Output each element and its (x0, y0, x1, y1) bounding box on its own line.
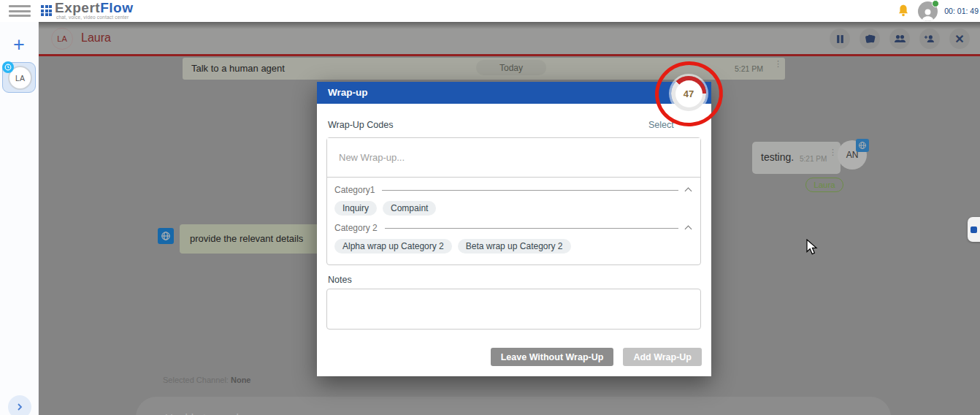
user-avatar[interactable] (918, 1, 938, 21)
chevron-right-icon (15, 403, 24, 411)
logo-grid-icon (41, 5, 52, 16)
add-conversation-button[interactable]: + (7, 32, 31, 57)
leave-without-wrapup-button[interactable]: Leave Without Wrap-Up (491, 348, 614, 366)
session-timer: 00: 01: 49 (944, 7, 979, 15)
expand-sidebar-button[interactable] (8, 395, 31, 415)
category-name: Category1 (334, 185, 375, 195)
status-online-dot (932, 0, 939, 7)
collapsed-panel-handle[interactable] (968, 217, 980, 242)
brand-name: ExpertFlow (55, 1, 133, 15)
app-root: ExpertFlow chat, voice, video contact ce… (0, 0, 980, 415)
new-wrapup-input[interactable] (327, 138, 700, 178)
pending-clock-badge-icon (2, 61, 14, 73)
category-header: Category 2 (334, 220, 693, 236)
chevron-up-icon[interactable] (685, 188, 692, 195)
category-header: Category1 (334, 182, 693, 198)
notes-label: Notes (328, 275, 352, 285)
wrapup-codes-label: Wrap-Up Codes (328, 120, 393, 130)
wrapup-modal-header: Wrap-up (317, 82, 711, 104)
mouse-cursor (806, 239, 819, 256)
hamburger-menu-icon[interactable] (9, 5, 31, 17)
category-name: Category 2 (334, 223, 378, 233)
expertflow-logo: ExpertFlow chat, voice, video contact ce… (41, 1, 133, 20)
wrapup-code-chip[interactable]: Alpha wrap up Category 2 (334, 239, 452, 254)
wrapup-modal: Wrap-up 47 Wrap-Up Codes Select Category… (317, 82, 711, 376)
topbar: ExpertFlow chat, voice, video contact ce… (0, 0, 980, 22)
chevron-up-icon[interactable] (685, 226, 692, 233)
wrapup-code-chip[interactable]: Compaint (383, 201, 436, 216)
modal-title: Wrap-up (328, 87, 368, 98)
sidebar: + LA (0, 22, 39, 415)
wrapup-code-chip[interactable]: Beta wrap up Category 2 (458, 239, 571, 254)
notes-textarea[interactable] (326, 289, 701, 330)
panel-handle-icon (971, 226, 977, 233)
notifications-bell-icon[interactable] (895, 3, 911, 19)
divider (385, 228, 678, 229)
wrapup-code-chip[interactable]: Inquiry (334, 201, 377, 216)
wrapup-codes-box: Category1 Inquiry Compaint Category 2 Al… (326, 137, 701, 265)
add-wrapup-button[interactable]: Add Wrap-Up (623, 348, 702, 366)
conversation-chip[interactable]: LA (2, 62, 36, 93)
brand-tagline: chat, voice, video contact center (56, 15, 133, 20)
category-list: Category1 Inquiry Compaint Category 2 Al… (327, 178, 700, 254)
person-icon (920, 8, 935, 21)
divider (382, 190, 678, 191)
